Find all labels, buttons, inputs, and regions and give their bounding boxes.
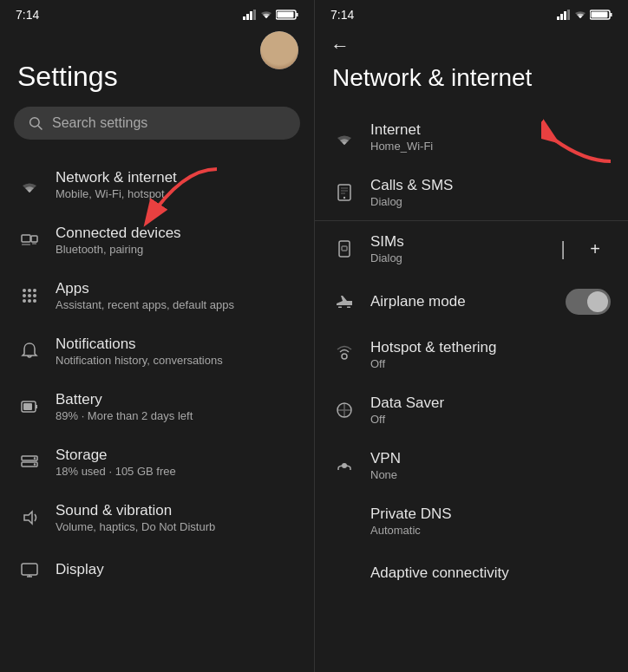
settings-item-apps[interactable]: Apps Assistant, recent apps, default app… — [0, 268, 314, 323]
datasaver-icon — [332, 398, 357, 422]
bell-icon — [17, 339, 42, 363]
network-text: Network & internet Mobile, Wi-Fi, hotspo… — [56, 169, 177, 200]
network-item-vpn[interactable]: VPN None — [315, 438, 628, 493]
svg-point-17 — [28, 294, 31, 297]
svg-point-7 — [30, 118, 40, 127]
datasaver-title: Data Saver — [370, 395, 444, 412]
signal-icon — [243, 10, 257, 20]
network-list: Internet Home_Wi-Fi — [315, 109, 628, 597]
datasaver-subtitle: Off — [370, 413, 444, 426]
svg-point-14 — [28, 289, 31, 292]
back-arrow-icon: ← — [330, 35, 350, 57]
sims-subtitle: Dialog — [370, 251, 404, 264]
svg-rect-33 — [557, 16, 559, 20]
svg-point-20 — [28, 299, 31, 303]
search-input-placeholder: Search settings — [52, 115, 147, 131]
battery-title: Battery — [56, 391, 193, 408]
svg-point-15 — [33, 289, 36, 292]
network-title: Network & internet — [56, 169, 177, 186]
settings-item-display[interactable]: Display — [0, 545, 314, 594]
svg-rect-10 — [22, 244, 30, 245]
vpn-subtitle: None — [370, 468, 401, 481]
network-item-adaptive[interactable]: Adaptive connectivity — [315, 549, 628, 597]
connected-subtitle: Bluetooth, pairing — [56, 243, 181, 256]
internet-subtitle: Home_Wi-Fi — [370, 140, 433, 153]
settings-item-sound[interactable]: Sound & vibration Volume, haptics, Do No… — [0, 490, 314, 545]
network-content: Network & internet Internet Home_Wi-Fi — [315, 57, 628, 672]
apps-subtitle: Assistant, recent apps, default apps — [56, 298, 234, 311]
status-bar-left: 7:14 — [0, 0, 314, 26]
network-item-internet[interactable]: Internet Home_Wi-Fi — [315, 109, 628, 165]
vpn-text: VPN None — [370, 450, 401, 481]
svg-point-41 — [343, 197, 345, 199]
network-item-hotspot[interactable]: Hotspot & tethering Off — [315, 327, 628, 382]
svg-rect-0 — [243, 16, 245, 20]
sound-icon — [17, 506, 42, 530]
network-item-datasaver[interactable]: Data Saver Off — [315, 382, 628, 438]
settings-content: Settings Search settings Network — [0, 26, 314, 672]
battery-status-icon-right — [590, 10, 612, 20]
internet-icon — [332, 125, 357, 149]
sims-title: SIMs — [370, 233, 404, 251]
calls-title: Calls & SMS — [370, 177, 453, 194]
svg-point-16 — [23, 294, 26, 297]
connected-text: Connected devices Bluetooth, pairing — [56, 225, 181, 256]
network-icon — [17, 173, 42, 197]
signal-icon-right — [557, 10, 571, 20]
hotspot-text: Hotspot & tethering Off — [370, 339, 497, 370]
storage-subtitle: 18% used · 105 GB free — [56, 465, 176, 478]
back-button[interactable]: ← — [315, 26, 628, 57]
settings-item-storage[interactable]: Storage 18% used · 105 GB free — [0, 434, 314, 490]
status-time-left: 7:14 — [16, 8, 39, 22]
hotspot-icon — [332, 343, 357, 367]
network-item-privatedns[interactable]: Private DNS Automatic — [315, 493, 628, 549]
svg-rect-30 — [22, 564, 37, 575]
apps-icon — [17, 284, 42, 308]
datasaver-text: Data Saver Off — [370, 395, 444, 426]
settings-item-notifications[interactable]: Notifications Notification history, conv… — [0, 323, 314, 379]
internet-text: Internet Home_Wi-Fi — [370, 121, 433, 153]
battery-icon — [17, 395, 42, 419]
search-icon — [28, 115, 43, 131]
notifications-title: Notifications — [56, 336, 223, 353]
connected-title: Connected devices — [56, 225, 181, 242]
status-time-right: 7:14 — [330, 8, 354, 22]
svg-rect-3 — [253, 10, 256, 20]
network-item-sims[interactable]: SIMs Dialog | + — [315, 221, 628, 277]
arrow-right — [541, 114, 619, 166]
search-bar[interactable]: Search settings — [14, 107, 300, 140]
avatar[interactable] — [260, 31, 298, 69]
svg-rect-23 — [36, 405, 37, 408]
settings-item-battery[interactable]: Battery 89% · More than 2 days left — [0, 379, 314, 434]
svg-rect-45 — [339, 241, 350, 257]
sound-text: Sound & vibration Volume, haptics, Do No… — [56, 502, 215, 533]
avatar-image — [260, 31, 298, 69]
airplane-right — [566, 289, 611, 315]
network-item-airplane[interactable]: Airplane mode — [315, 277, 628, 327]
storage-text: Storage 18% used · 105 GB free — [56, 447, 176, 478]
airplane-icon — [332, 290, 357, 314]
network-page-title: Network & internet — [315, 57, 628, 109]
network-item-calls[interactable]: Calls & SMS Dialog — [315, 165, 628, 220]
vpn-icon — [332, 453, 357, 478]
airplane-title: Airplane mode — [370, 293, 466, 310]
notifications-subtitle: Notification history, conversations — [56, 354, 223, 367]
svg-rect-47 — [338, 307, 342, 309]
settings-item-connected[interactable]: Connected devices Bluetooth, pairing — [0, 212, 314, 268]
svg-point-13 — [23, 289, 26, 292]
status-icons-right — [557, 10, 612, 20]
add-sim-button[interactable]: + — [579, 233, 611, 264]
airplane-toggle-thumb — [587, 291, 608, 312]
settings-item-network[interactable]: Network & internet Mobile, Wi-Fi, hotspo… — [0, 157, 314, 212]
wifi-status-icon-right — [574, 10, 586, 20]
battery-text: Battery 89% · More than 2 days left — [56, 391, 193, 422]
privatedns-subtitle: Automatic — [370, 524, 452, 537]
privatedns-text: Private DNS Automatic — [370, 506, 452, 537]
battery-subtitle: 89% · More than 2 days left — [56, 409, 193, 422]
airplane-toggle[interactable] — [566, 289, 611, 315]
storage-icon — [17, 450, 42, 474]
sound-title: Sound & vibration — [56, 502, 215, 519]
calls-text: Calls & SMS Dialog — [370, 177, 453, 208]
svg-rect-12 — [32, 243, 36, 245]
svg-rect-11 — [31, 236, 37, 242]
